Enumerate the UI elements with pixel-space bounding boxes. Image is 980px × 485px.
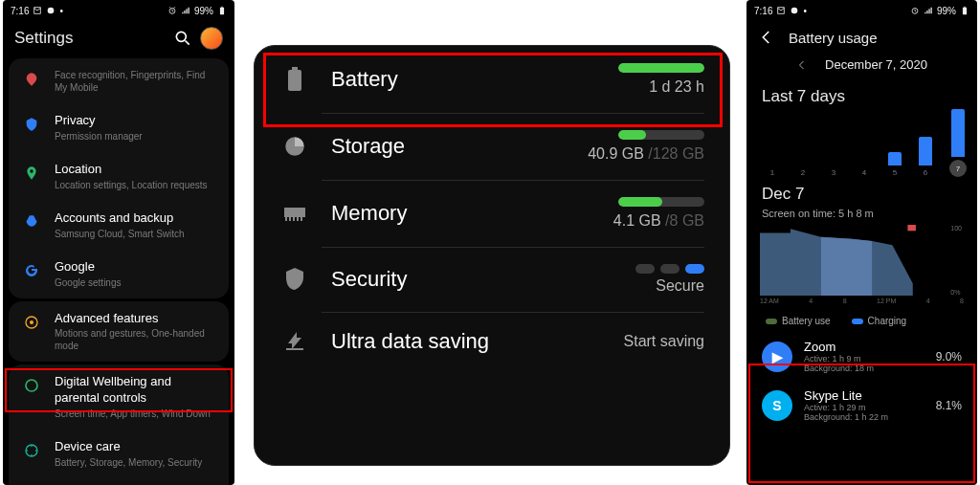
settings-row-advanced[interactable]: Advanced features Motions and gestures, …	[9, 301, 229, 363]
selected-day-badge: 7	[949, 160, 967, 177]
security-dots	[635, 264, 704, 274]
bar-day-6[interactable]: 6	[919, 137, 932, 177]
bar-day-4[interactable]: 4	[858, 165, 871, 177]
svg-point-7	[30, 320, 33, 324]
svg-point-8	[26, 380, 37, 391]
memory-value: 4.1 GB /8 GB	[613, 212, 704, 230]
app-background: Background: 1 h 22 m	[804, 412, 924, 422]
row-subtitle: Screen time, App timers, Wind Down	[55, 408, 217, 420]
location-icon	[22, 164, 41, 183]
device-care-memory[interactable]: Memory 4.1 GB /8 GB	[255, 180, 729, 247]
device-care-security[interactable]: Security Secure	[255, 247, 729, 312]
chevron-left-icon[interactable]	[796, 59, 808, 71]
bar-day-3[interactable]: 3	[827, 165, 840, 177]
row-subtitle: Location settings, Location requests	[55, 179, 217, 191]
row-label: Accounts and backup	[55, 210, 217, 227]
memory-progress	[618, 197, 704, 207]
accounts-icon	[22, 212, 41, 231]
app-row-skype-lite[interactable]: S Skype Lite Active: 1 h 29 m Background…	[746, 381, 977, 430]
search-icon[interactable]	[173, 29, 192, 48]
biometrics-icon	[22, 70, 41, 89]
bar-day-5[interactable]: 5	[888, 152, 902, 177]
settings-list: Face recognition, Fingerprints, Find My …	[3, 58, 234, 485]
row-label: Location	[55, 162, 217, 178]
settings-row-wellbeing[interactable]: Digital Wellbeing and parental controls …	[9, 364, 229, 430]
y-min: 0%	[950, 289, 962, 296]
settings-row-privacy[interactable]: Privacy Permission manager	[9, 103, 229, 152]
settings-row-biometrics[interactable]: Face recognition, Fingerprints, Find My …	[9, 58, 229, 103]
status-bar: 7:16 • 99%	[3, 0, 234, 21]
settings-row-apps[interactable]: Apps Default apps, Permission manager	[9, 478, 229, 485]
settings-row-location[interactable]: Location Location settings, Location req…	[9, 152, 229, 201]
battery-usage-header: Battery usage	[746, 21, 977, 54]
bar-day-7[interactable]: 7	[949, 109, 967, 177]
svg-rect-16	[292, 67, 298, 70]
storage-progress	[618, 130, 704, 140]
storage-icon	[279, 134, 310, 159]
app-icon: ▶	[762, 342, 792, 372]
page-title: Settings	[14, 29, 166, 48]
device-care-ultradata[interactable]: Ultra data saving Start saving	[255, 312, 729, 371]
memory-icon	[279, 204, 310, 223]
weekly-bar-chart[interactable]: 1234567	[746, 110, 977, 177]
last-7-days-title: Last 7 days	[746, 79, 977, 110]
svg-rect-21	[964, 7, 966, 8]
x-axis-labels: 12 AM4812 PM48	[746, 296, 977, 310]
legend-battery-label: Battery use	[782, 316, 831, 326]
status-time: 7:16	[11, 6, 29, 16]
security-value: Secure	[635, 277, 704, 295]
row-subtitle: Face recognition, Fingerprints, Find My …	[55, 69, 217, 94]
settings-row-accounts[interactable]: Accounts and backup Samsung Cloud, Smart…	[9, 201, 229, 250]
ultradata-label: Ultra data saving	[331, 329, 624, 354]
row-label: Privacy	[55, 113, 217, 129]
page-title: Battery usage	[789, 30, 878, 46]
settings-row-google[interactable]: Google Google settings	[9, 250, 229, 298]
svg-rect-20	[963, 8, 967, 15]
devicecare-icon	[22, 441, 41, 460]
ultradata-value: Start saving	[624, 333, 704, 350]
ultradata-icon	[279, 330, 310, 353]
device-care-storage[interactable]: Storage 40.9 GB /128 GB	[255, 113, 729, 180]
battery-progress	[618, 63, 704, 73]
storage-label: Storage	[331, 134, 588, 159]
svg-rect-22	[907, 225, 916, 231]
battery-area-chart[interactable]: 100 0%	[760, 225, 964, 296]
battery-usage-screen: 7:16 • 99% Battery usage December 7, 202…	[746, 0, 977, 485]
memory-label: Memory	[331, 201, 613, 226]
svg-point-4	[176, 32, 186, 41]
app-name: Zoom	[804, 340, 924, 354]
device-care-battery[interactable]: Battery 1 d 23 h	[255, 46, 729, 113]
chart-legend: Battery use Charging	[746, 310, 977, 332]
back-icon[interactable]	[758, 29, 775, 46]
svg-rect-17	[284, 208, 305, 217]
privacy-icon	[22, 115, 41, 134]
row-label: Advanced features	[55, 311, 217, 327]
google-icon	[22, 261, 41, 280]
security-label: Security	[331, 267, 635, 292]
status-time: 7:16	[754, 6, 772, 16]
app-percent: 9.0%	[936, 350, 962, 364]
settings-row-devicecare[interactable]: Device care Battery, Storage, Memory, Se…	[9, 430, 229, 478]
legend-battery-chip	[766, 319, 777, 324]
status-battery-pct: 99%	[937, 6, 956, 16]
battery-value: 1 d 23 h	[618, 78, 704, 96]
row-subtitle: Samsung Cloud, Smart Switch	[55, 228, 217, 240]
mail-icon	[776, 6, 786, 15]
status-battery-pct: 99%	[194, 6, 213, 16]
settings-header: Settings	[3, 21, 234, 55]
app-name: Skype Lite	[804, 388, 924, 403]
profile-avatar[interactable]	[200, 27, 223, 50]
battery-icon	[960, 6, 969, 15]
row-label: Google	[55, 259, 217, 276]
svg-rect-3	[221, 7, 223, 8]
date-selector: December 7, 2020	[746, 54, 977, 79]
security-icon	[279, 267, 310, 292]
row-subtitle: Google settings	[55, 276, 217, 289]
svg-point-0	[48, 8, 55, 14]
svg-rect-2	[220, 8, 224, 15]
bar-day-2[interactable]: 2	[796, 165, 810, 177]
row-label: Device care	[55, 439, 217, 455]
bar-day-1[interactable]: 1	[766, 165, 779, 177]
legend-charging-label: Charging	[868, 316, 907, 326]
app-row-zoom[interactable]: ▶ Zoom Active: 1 h 9 m Background: 18 m …	[746, 332, 977, 381]
